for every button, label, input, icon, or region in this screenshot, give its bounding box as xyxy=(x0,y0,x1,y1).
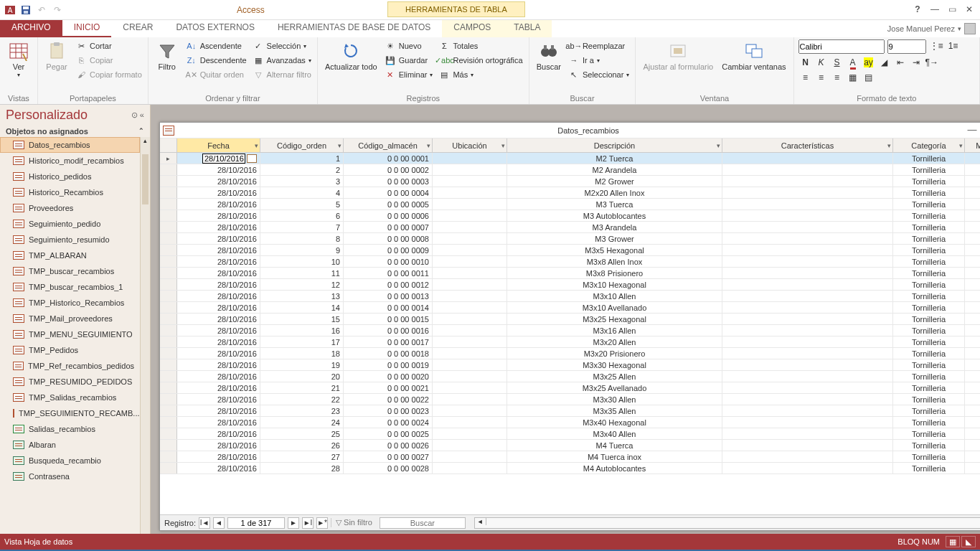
cell[interactable]: 0 0 00 0003 xyxy=(344,176,433,187)
table-row[interactable]: 28/10/2016160 0 00 0016M3x16 AllenTornil… xyxy=(160,325,980,336)
help-icon[interactable]: ? xyxy=(910,4,925,17)
table-row[interactable]: 28/10/201690 0 00 0009M3x5 HexagonalTorn… xyxy=(160,245,980,256)
col-mont[interactable]: Mont xyxy=(965,138,980,152)
row-selector[interactable] xyxy=(160,325,177,336)
save-icon[interactable] xyxy=(20,4,32,16)
cell[interactable]: 0 0 00 0020 xyxy=(344,371,433,382)
table-row[interactable]: 28/10/2016140 0 00 0014M3x10 AvellanadoT… xyxy=(160,302,980,314)
cell[interactable]: M3x30 Allen xyxy=(507,394,722,405)
nav-item-tmp_seguimiento_recamb...[interactable]: TMP_SEGUIMIENTO_RECAMB... xyxy=(0,405,140,421)
replace-button[interactable]: ab→Reemplazar xyxy=(567,39,631,52)
table-row[interactable]: 28/10/2016270 0 00 0027M4 Tuerca inoxTor… xyxy=(160,451,980,463)
row-selector[interactable] xyxy=(160,291,177,301)
more-button[interactable]: ▤Más▾ xyxy=(437,68,524,81)
cell[interactable] xyxy=(433,268,507,278)
cell[interactable]: M4 Tuerca xyxy=(507,440,722,451)
bullets-icon[interactable]: ⋮≡ xyxy=(929,39,943,52)
select-all-cell[interactable] xyxy=(160,138,177,152)
cell[interactable]: 0 0 00 0021 xyxy=(344,382,433,393)
cell[interactable] xyxy=(433,359,507,370)
delete-record-button[interactable]: ✕Eliminar▾ xyxy=(383,68,435,81)
cell[interactable]: Tornilleria xyxy=(893,428,965,439)
switch-windows-button[interactable]: Cambiar ventanas xyxy=(719,39,788,72)
cell[interactable]: Tornilleria xyxy=(893,336,965,347)
cell[interactable]: 28/10/2016 xyxy=(177,314,260,324)
cell[interactable]: M3x10 Hexagonal xyxy=(507,279,722,290)
goto-button[interactable]: →Ir a▾ xyxy=(567,54,631,67)
cell[interactable]: 0 0 00 0013 xyxy=(344,291,433,301)
cell[interactable]: Tornilleria xyxy=(893,394,965,405)
row-selector[interactable] xyxy=(160,394,177,405)
cell[interactable] xyxy=(722,382,893,393)
tab-fields[interactable]: CAMPOS xyxy=(442,20,502,37)
row-selector[interactable] xyxy=(160,279,177,290)
row-selector[interactable] xyxy=(160,336,177,347)
cell[interactable]: M3x20 Allen xyxy=(507,336,722,347)
cell[interactable]: 0 0 00 0015 xyxy=(344,314,433,324)
cell[interactable] xyxy=(433,233,507,244)
cell[interactable]: 0 0 00 0014 xyxy=(344,302,433,313)
cell[interactable]: 0 0 00 0005 xyxy=(344,199,433,209)
nav-item-tmp_menu_seguimiento[interactable]: TMP_MENU_SEGUIMIENTO xyxy=(0,326,140,342)
table-row[interactable]: 28/10/2016210 0 00 0021M3x25 AvellanadoT… xyxy=(160,382,980,394)
cell[interactable]: 0 0 00 0019 xyxy=(344,359,433,370)
col-descripcion[interactable]: Descripción▾ xyxy=(507,138,722,152)
cell[interactable]: 28/10/2016 xyxy=(177,463,260,474)
record-position-input[interactable] xyxy=(227,517,285,529)
cell[interactable]: 0 0 00 0028 xyxy=(344,463,433,474)
select-button[interactable]: ↖Seleccionar▾ xyxy=(567,68,631,81)
undo-icon[interactable]: ↶ xyxy=(36,4,47,16)
cell[interactable]: 28/10/2016 xyxy=(177,210,260,221)
table-row[interactable]: 28/10/2016240 0 00 0024M3x40 HexagonalTo… xyxy=(160,417,980,428)
italic-button[interactable]: K xyxy=(814,56,829,69)
totals-button[interactable]: ΣTotales xyxy=(437,39,524,52)
cell[interactable] xyxy=(722,405,893,416)
cell[interactable] xyxy=(965,245,980,255)
cell[interactable]: 28/10/2016 xyxy=(177,348,260,359)
table-row[interactable]: 28/10/2016280 0 00 0028M4 AutoblocantesT… xyxy=(160,463,980,474)
cell[interactable] xyxy=(433,382,507,393)
cell[interactable]: 16 xyxy=(260,325,344,336)
row-selector[interactable] xyxy=(160,417,177,428)
cell[interactable] xyxy=(965,348,980,359)
chevron-down-icon[interactable]: ▾ xyxy=(717,142,720,149)
row-selector[interactable] xyxy=(160,440,177,451)
row-selector[interactable] xyxy=(160,164,177,175)
cell[interactable]: Tornilleria xyxy=(893,210,965,221)
numbering-icon[interactable]: 1≡ xyxy=(946,39,961,52)
cell[interactable]: 28/10/2016 xyxy=(177,222,260,232)
nav-item-albaran[interactable]: Albaran xyxy=(0,437,140,453)
cell[interactable] xyxy=(722,325,893,336)
cell[interactable] xyxy=(722,451,893,462)
cell[interactable] xyxy=(722,314,893,324)
cell[interactable] xyxy=(965,256,980,267)
cell[interactable]: 13 xyxy=(260,291,344,301)
cell[interactable] xyxy=(965,176,980,187)
cell[interactable]: 9 xyxy=(260,245,344,255)
cell[interactable]: Tornilleria xyxy=(893,359,965,370)
cell[interactable]: 0 0 00 0018 xyxy=(344,348,433,359)
table-row[interactable]: 28/10/2016110 0 00 0011M3x8 PrisioneroTo… xyxy=(160,268,980,279)
row-selector[interactable] xyxy=(160,233,177,244)
row-selector[interactable] xyxy=(160,256,177,267)
nav-item-tmp_ref_recambios_pedidos[interactable]: TMP_Ref_recambios_pedidos xyxy=(0,358,140,374)
tab-table[interactable]: TABLA xyxy=(502,20,552,37)
cell[interactable]: 28 xyxy=(260,463,344,474)
cell[interactable] xyxy=(965,302,980,313)
cell[interactable]: 28/10/2016 xyxy=(177,405,260,416)
cell[interactable] xyxy=(722,187,893,198)
nav-item-historico_pedidos[interactable]: Historico_pedidos xyxy=(0,169,140,184)
cell[interactable]: 0 0 00 0025 xyxy=(344,428,433,439)
nav-title[interactable]: Personalizado xyxy=(6,108,88,123)
cell[interactable] xyxy=(965,233,980,244)
cell[interactable] xyxy=(433,417,507,428)
indent-dec-icon[interactable]: ⇤ xyxy=(893,56,908,69)
cell[interactable]: Tornilleria xyxy=(893,187,965,198)
tab-external[interactable]: DATOS EXTERNOS xyxy=(164,20,266,37)
cell[interactable]: M3x35 Allen xyxy=(507,405,722,416)
cell[interactable]: Tornilleria xyxy=(893,371,965,382)
nav-item-tmp_mail_proveedores[interactable]: TMP_Mail_proveedores xyxy=(0,311,140,326)
nav-scrollbar[interactable]: ▴ xyxy=(140,137,150,534)
cell[interactable]: 28/10/2016 xyxy=(177,325,260,336)
cell[interactable]: 28/10/2016 xyxy=(177,245,260,255)
